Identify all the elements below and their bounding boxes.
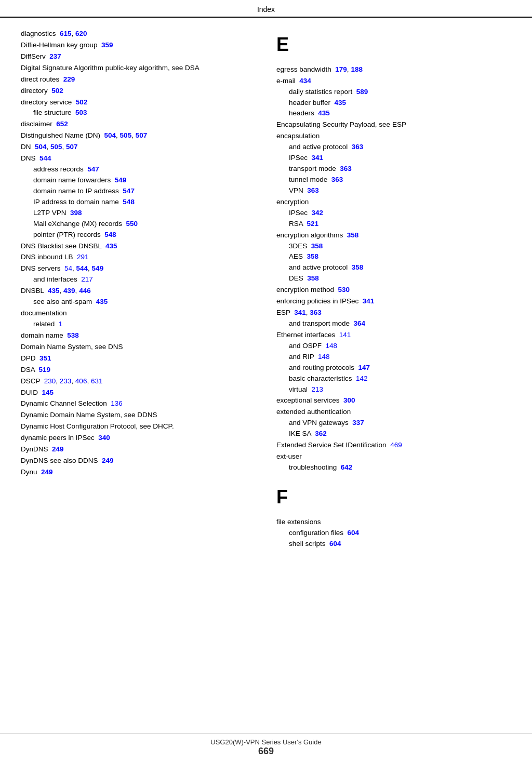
- page-ref-link[interactable]: 503: [75, 109, 87, 116]
- page-ref-link[interactable]: 358: [307, 274, 319, 282]
- page-ref-link[interactable]: 363: [340, 165, 352, 172]
- page-ref-link[interactable]: 217: [81, 275, 93, 283]
- page-ref-link[interactable]: 145: [42, 389, 54, 396]
- page-ref-link[interactable]: 521: [307, 220, 319, 228]
- page-ref-link[interactable]: 337: [352, 419, 364, 426]
- page-ref-link[interactable]: 548: [104, 231, 116, 238]
- page-ref-link[interactable]: 406: [75, 377, 87, 385]
- page-ref-link[interactable]: 54: [64, 264, 72, 272]
- page-ref-link[interactable]: 300: [343, 396, 355, 404]
- page-ref-link[interactable]: 341: [363, 297, 375, 305]
- page-ref-link[interactable]: 642: [341, 463, 353, 471]
- page-ref-link[interactable]: 233: [60, 377, 72, 385]
- page-ref-link[interactable]: 249: [52, 445, 64, 453]
- page-ref-link[interactable]: 446: [79, 287, 91, 295]
- page-ref-link[interactable]: 549: [92, 264, 104, 272]
- index-entry: daily statistics report 589: [276, 87, 511, 98]
- page-ref-link[interactable]: 549: [115, 176, 127, 184]
- page-ref-link[interactable]: 341: [312, 154, 324, 162]
- page-ref-link[interactable]: 249: [102, 457, 114, 464]
- page-ref-link[interactable]: 544: [76, 264, 88, 272]
- page-ref-link[interactable]: 358: [307, 252, 319, 260]
- index-entry: encryption algorithms 358: [276, 230, 511, 241]
- page-ref-link[interactable]: 604: [348, 529, 360, 537]
- page-ref-link[interactable]: 179: [335, 65, 347, 73]
- page-ref-link[interactable]: 230: [44, 377, 56, 385]
- page-ref-link[interactable]: 538: [67, 331, 79, 339]
- page-ref-link[interactable]: 359: [101, 41, 113, 49]
- index-entry: DiffServ 237: [21, 51, 256, 62]
- page-ref-link[interactable]: 213: [312, 385, 324, 393]
- page-ref-link[interactable]: 548: [123, 198, 135, 206]
- page-ref-link[interactable]: 188: [351, 65, 363, 73]
- index-entry: encryption method 530: [276, 285, 511, 296]
- page-ref-link[interactable]: 147: [358, 364, 370, 371]
- index-entry: Dynu 249: [21, 467, 256, 478]
- page-ref-link[interactable]: 1: [59, 320, 63, 328]
- page-ref-link[interactable]: 505: [120, 131, 132, 139]
- page-ref-link[interactable]: 358: [311, 242, 323, 250]
- page-ref-link[interactable]: 136: [111, 399, 123, 407]
- page-ref-link[interactable]: 342: [312, 209, 324, 217]
- content-area: diagnostics 615, 620Diffie-Hellman key g…: [0, 18, 532, 733]
- page-ref-link[interactable]: 544: [39, 154, 51, 162]
- page-ref-link[interactable]: 249: [41, 468, 53, 476]
- page-ref-link[interactable]: 358: [352, 263, 364, 271]
- page-ref-link[interactable]: 505: [50, 143, 62, 151]
- page-ref-link[interactable]: 148: [326, 342, 338, 350]
- page-ref-link[interactable]: 589: [356, 88, 368, 96]
- page-ref-link[interactable]: 435: [48, 287, 60, 295]
- page-ref-link[interactable]: 519: [39, 366, 51, 373]
- page-ref-link[interactable]: 504: [104, 131, 116, 139]
- page-ref-link[interactable]: 502: [51, 87, 63, 95]
- index-entry: DN 504, 505, 507: [21, 142, 256, 153]
- index-entry: direct routes 229: [21, 74, 256, 85]
- page-ref-link[interactable]: 507: [66, 143, 78, 151]
- page-ref-link[interactable]: 504: [35, 143, 47, 151]
- page-ref-link[interactable]: 435: [96, 298, 108, 305]
- page-ref-link[interactable]: 615: [60, 30, 72, 37]
- page-ref-link[interactable]: 652: [56, 120, 68, 128]
- page-ref-link[interactable]: 237: [49, 52, 61, 60]
- page-ref-link[interactable]: 547: [87, 165, 99, 173]
- page-ref-link[interactable]: 229: [63, 75, 75, 83]
- page-ref-link[interactable]: 435: [335, 99, 347, 106]
- index-entry: DynDNS see also DDNS 249: [21, 456, 256, 466]
- page-number: 669: [0, 746, 532, 757]
- index-entry: AES 358: [276, 251, 511, 262]
- page-ref-link[interactable]: 363: [310, 309, 322, 316]
- page-ref-link[interactable]: 142: [356, 375, 368, 382]
- page-ref-link[interactable]: 141: [339, 331, 351, 339]
- index-entry: encryption: [276, 197, 511, 208]
- page-ref-link[interactable]: 631: [91, 377, 103, 385]
- page-ref-link[interactable]: 291: [77, 253, 89, 261]
- page-ref-link[interactable]: 620: [75, 30, 87, 37]
- page-ref-link[interactable]: 148: [318, 353, 330, 361]
- page-ref-link[interactable]: 550: [126, 220, 138, 228]
- page-ref-link[interactable]: 364: [354, 319, 366, 327]
- page-ref-link[interactable]: 502: [76, 98, 88, 106]
- page-ref-link[interactable]: 435: [318, 109, 330, 117]
- page-ref-link[interactable]: 341: [294, 309, 306, 316]
- page-ref-link[interactable]: 362: [315, 430, 327, 437]
- page-ref-link[interactable]: 340: [98, 434, 110, 442]
- page-ref-link[interactable]: 398: [70, 209, 82, 217]
- page-ref-link[interactable]: 507: [136, 131, 148, 139]
- page-ref-link[interactable]: 530: [338, 286, 350, 293]
- page-ref-link[interactable]: 439: [63, 287, 75, 295]
- page-ref-link[interactable]: 363: [331, 176, 343, 183]
- index-entry: disclaimer 652: [21, 119, 256, 130]
- page-ref-link[interactable]: 363: [352, 143, 364, 151]
- page-ref-link[interactable]: 358: [347, 231, 359, 239]
- index-entry: directory service 502: [21, 97, 256, 108]
- page-ref-link[interactable]: 434: [299, 77, 311, 85]
- index-entry: 3DES 358: [276, 241, 511, 252]
- page-ref-link[interactable]: 469: [390, 441, 402, 449]
- page-ref-link[interactable]: 363: [307, 186, 319, 194]
- page-ref-link[interactable]: 604: [329, 540, 341, 548]
- page-ref-link[interactable]: 547: [123, 187, 135, 195]
- page-ref-link[interactable]: 351: [39, 354, 51, 362]
- index-entry: virtual 213: [276, 384, 511, 395]
- index-entry: and RIP 148: [276, 352, 511, 363]
- page-ref-link[interactable]: 435: [105, 242, 117, 250]
